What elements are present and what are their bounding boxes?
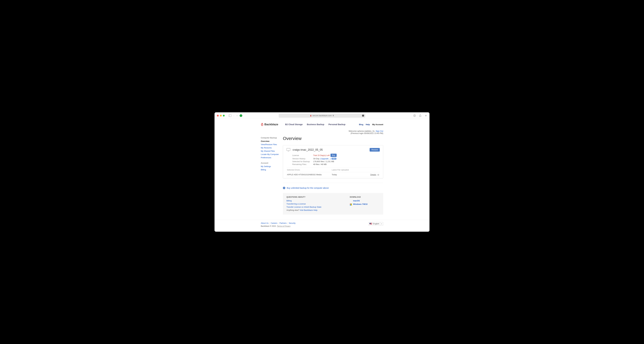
sidebar: Computer Backup Overview View/Restore Fi… [261, 136, 283, 220]
browser-window: ⌄ ‹ secure.backblaze.com [214, 112, 430, 232]
new-badge: NEW [332, 158, 336, 160]
sidebar-toggle-icon[interactable] [228, 114, 232, 117]
drives-head-name: Selected Drives [287, 169, 332, 171]
page: Backblaze B2 Cloud Storage Business Back… [214, 119, 430, 232]
sidebar-item-view-restore[interactable]: View/Restore Files [261, 143, 283, 146]
back-button[interactable]: ‹ [236, 114, 238, 117]
drive-name: APPLE HDD HTS541010A9E632 Media [287, 173, 332, 176]
new-tab-icon[interactable] [425, 114, 427, 117]
top-nav: Backblaze B2 Cloud Storage Business Back… [261, 122, 383, 128]
lock-icon [332, 115, 334, 116]
downloads-icon[interactable] [413, 114, 416, 117]
drive-latest: Today [332, 173, 354, 176]
license-value: Trial 15 Day(s) Left [313, 154, 330, 156]
us-flag-icon [370, 223, 372, 225]
flame-logo-icon [261, 123, 264, 126]
details-link[interactable]: Details [370, 173, 376, 176]
restore-button[interactable]: Restore [370, 148, 380, 152]
version-history-value: 30-Day [313, 158, 320, 160]
footer-security[interactable]: Security [289, 222, 296, 224]
qa-link-transferring[interactable]: Transferring a License [286, 203, 350, 205]
anything-else-prefix: Anything else? [286, 209, 300, 211]
download-macos[interactable]: macOS [353, 200, 360, 202]
reader-mode-icon[interactable] [362, 115, 364, 117]
close-window-button[interactable] [217, 115, 219, 116]
computer-name: craigs-imac_2022_05_05 [292, 148, 368, 151]
svg-rect-0 [229, 114, 232, 117]
questions-box: QUESTIONS ABOUT? Billing Transferring a … [283, 193, 383, 215]
url-text: secure.backblaze.com [312, 114, 332, 117]
info-icon[interactable]: i [378, 174, 379, 176]
fullscreen-window-button[interactable] [223, 115, 225, 116]
remaining-value: 49 files / 46 MB [313, 163, 327, 165]
window-controls [217, 115, 225, 116]
brand-name: Backblaze [264, 123, 278, 126]
copyright-text: Backblaze © 2022. [261, 225, 277, 227]
drives-head-latest: Latest File Uploaded [332, 169, 354, 171]
nav-personal-backup[interactable]: Personal Backup [328, 123, 346, 126]
sidebar-item-billing[interactable]: Billing [261, 169, 283, 171]
questions-head: QUESTIONS ABOUT? [286, 196, 350, 198]
nav-my-account[interactable]: My Account [372, 123, 383, 126]
footer-about[interactable]: About Us [261, 222, 268, 224]
browser-titlebar: ⌄ ‹ secure.backblaze.com [214, 112, 430, 119]
buy-button[interactable]: Buy [330, 154, 337, 157]
upgrade-link[interactable]: (Upgrade...) [320, 158, 331, 160]
sidebar-item-locate-computer[interactable]: Locate My Computer [261, 153, 283, 155]
terms-link[interactable]: Terms & Privacy [277, 225, 290, 227]
nav-b2-cloud-storage[interactable]: B2 Cloud Storage [285, 123, 302, 126]
sidebar-item-overview[interactable]: Overview [261, 140, 283, 142]
license-label: License [292, 154, 313, 156]
drives-table: Selected Drives Latest File Uploaded APP… [286, 168, 380, 177]
welcome-block: Welcome spheres.babbles_0c, Sign Out (Pr… [261, 128, 383, 136]
url-bar[interactable]: secure.backblaze.com [279, 113, 365, 118]
welcome-user: spheres.babbles_0c [357, 130, 374, 132]
selected-value: 178,803 files / 2,231 MB [313, 160, 334, 163]
qa-link-transfer-vs-inherit[interactable]: Transfer License vs Inherit Backup State [286, 206, 350, 208]
windows-icon [350, 203, 352, 206]
nav-blog[interactable]: Blog [359, 123, 363, 126]
selected-label: Selected for Backup: [292, 160, 313, 163]
sidebar-head-backup: Computer Backup [261, 137, 283, 139]
language-label: English [373, 223, 379, 225]
flame-small-icon [310, 115, 312, 116]
main: Overview craigs-imac_2022_05_05 Restore … [283, 136, 383, 220]
remaining-label: Remaining Files: [292, 163, 313, 165]
sidebar-item-my-settings[interactable]: My Settings [261, 165, 283, 168]
divider [283, 183, 383, 183]
chevron-down-icon: ▾ [380, 222, 383, 225]
version-history-label: Version History [292, 158, 313, 160]
language-selector[interactable]: English ▾ [368, 222, 383, 225]
svg-rect-4 [286, 148, 290, 151]
welcome-prefix: Welcome [348, 130, 357, 132]
sidebar-item-my-restores[interactable]: My Restores [261, 147, 283, 149]
chevron-down-icon[interactable]: ⌄ [233, 115, 234, 116]
visit-help-link[interactable]: Visit Backblaze Help [300, 209, 317, 211]
footer-careers[interactable]: Careers [271, 222, 277, 224]
sidebar-head-account: Account [261, 162, 283, 164]
plus-circle-icon: + [283, 187, 285, 189]
footer-partners[interactable]: Partners [280, 222, 286, 224]
sidebar-item-preferences[interactable]: Preferences [261, 156, 283, 159]
svg-rect-2 [333, 115, 334, 116]
computer-icon [286, 148, 290, 152]
table-row: APPLE HDD HTS541010A9E632 Media Today De… [286, 172, 380, 177]
footer: About Us| Careers| Partners| Security Ba… [214, 220, 430, 232]
sign-out-link[interactable]: Sign Out [376, 130, 383, 132]
computer-card: craigs-imac_2022_05_05 Restore License T… [283, 145, 383, 178]
qa-link-billing[interactable]: Billing [286, 200, 350, 202]
buy-unlimited-row[interactable]: + Buy unlimited backup for the computer … [283, 187, 383, 189]
download-windows[interactable]: Windows 7/8/10 [353, 203, 368, 205]
buy-unlimited-text: Buy unlimited backup for the computer ab… [287, 187, 329, 189]
share-icon[interactable] [419, 114, 422, 117]
previous-login: (Previous login 05/06/2022 13:45 PM) [261, 132, 383, 134]
page-title: Overview [283, 136, 383, 141]
brand[interactable]: Backblaze [261, 123, 278, 126]
nav-help[interactable]: Help [366, 123, 370, 126]
sidebar-item-my-shared-files[interactable]: My Shared Files [261, 150, 283, 152]
minimize-window-button[interactable] [220, 115, 222, 116]
download-head: DOWNLOAD [350, 196, 380, 198]
site-favicon-icon[interactable] [240, 114, 242, 117]
nav-business-backup[interactable]: Business Backup [307, 123, 324, 126]
